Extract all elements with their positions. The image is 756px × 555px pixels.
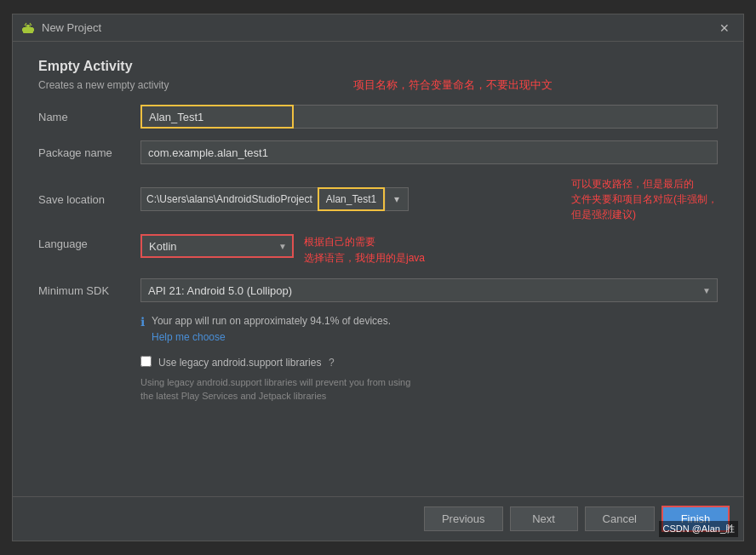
save-input-group: C:\Users\alans\AndroidStudioProject Alan… [140, 187, 561, 211]
minsdk-label: Minimum SDK [38, 284, 140, 297]
svg-point-6 [26, 26, 26, 26]
language-select-group: Kotlin Java [140, 234, 294, 258]
info-text: Your app will run on approximately 94.1%… [152, 314, 391, 329]
language-label: Language [38, 234, 140, 250]
info-icon: ℹ [140, 315, 145, 329]
annotation-language: 根据自己的需要 选择语言，我使用的是java [304, 234, 425, 266]
previous-button[interactable]: Previous [424, 506, 503, 531]
dialog-footer: Previous Next Cancel Finish [13, 496, 743, 541]
info-content: Your app will run on approximately 94.1%… [152, 314, 391, 344]
checkbox-row: Use legacy android.support libraries ? [140, 354, 718, 369]
new-project-dialog: New Project ✕ Empty Activity Creates a n… [12, 14, 744, 541]
name-form-row: Name 项目名称，符合变量命名，不要出现中文 [38, 105, 718, 129]
package-label: Package name [38, 146, 140, 159]
android-icon [21, 21, 35, 35]
save-browse-button[interactable]: ▾ [385, 187, 409, 211]
package-form-row: Package name [38, 140, 718, 164]
name-row-inner: Name 项目名称，符合变量命名，不要出现中文 [38, 105, 718, 129]
minsdk-select[interactable]: API 21: Android 5.0 (Lollipop) [140, 278, 718, 302]
dialog-content: Empty Activity Creates a new empty activ… [13, 42, 743, 496]
dialog-title: New Project [42, 21, 101, 34]
legacy-checkbox[interactable] [140, 356, 152, 367]
annotation-name: 项目名称，符合变量命名，不要出现中文 [353, 77, 553, 93]
save-path-suffix: Alan_Test1 [318, 187, 385, 211]
help-link[interactable]: Help me choose [152, 331, 226, 343]
save-form-row: Save location C:\Users\alans\AndroidStud… [38, 176, 718, 222]
checkbox-label-group: Use legacy android.support libraries ? [158, 354, 335, 369]
svg-rect-2 [22, 28, 24, 31]
info-row: ℹ Your app will run on approximately 94.… [140, 314, 718, 344]
title-bar: New Project ✕ [13, 14, 743, 42]
cancel-button[interactable]: Cancel [585, 506, 655, 531]
minsdk-form-row: Minimum SDK API 21: Android 5.0 (Lollipo… [38, 278, 718, 302]
svg-point-7 [29, 26, 30, 26]
save-path-prefix: C:\Users\alans\AndroidStudioProject [140, 187, 318, 211]
name-label: Name [38, 111, 140, 123]
minsdk-select-wrapper: API 21: Android 5.0 (Lollipop) [140, 278, 718, 302]
checkbox-label: Use legacy android.support libraries [158, 357, 321, 369]
package-input[interactable] [140, 140, 718, 164]
save-label: Save location [38, 193, 140, 206]
language-form-row: Language Kotlin Java 根据自己的需要 选择语言，我使用的是j… [38, 234, 718, 266]
name-input-rest[interactable] [294, 105, 718, 129]
language-select-wrapper: Kotlin Java [140, 234, 294, 258]
next-button[interactable]: Next [510, 506, 578, 531]
name-input[interactable] [140, 105, 294, 129]
help-icon[interactable]: ? [329, 357, 335, 369]
section-title: Empty Activity [38, 59, 718, 74]
title-bar-left: New Project [21, 21, 101, 35]
close-button[interactable]: ✕ [714, 20, 735, 37]
annotation-save: 可以更改路径，但是最后的 文件夹要和项目名对应(非强制， 但是强烈建议) [571, 176, 718, 222]
watermark: CSDN @Alan_胜 [659, 521, 738, 537]
checkbox-desc: Using legacy android.support libraries w… [140, 376, 718, 403]
language-select[interactable]: Kotlin Java [140, 234, 294, 258]
svg-rect-3 [32, 28, 34, 31]
